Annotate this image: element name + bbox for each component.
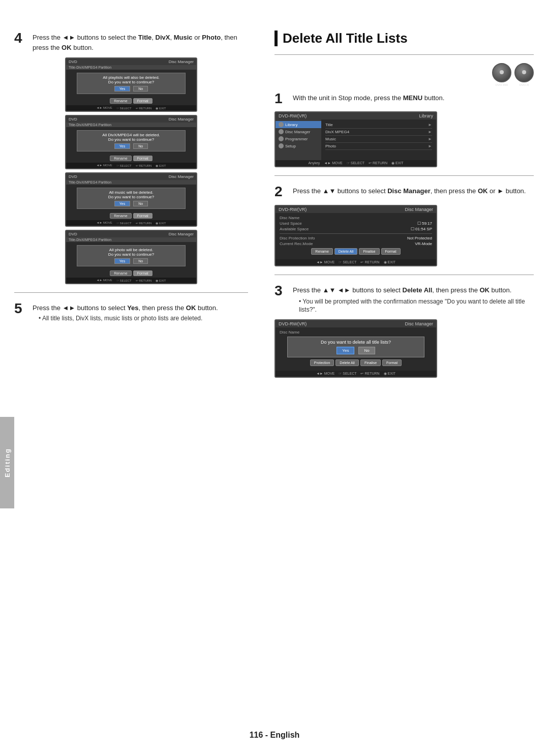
disc-icon-dvdrw-img [492, 63, 511, 82]
screen2-buttons: Yes No [80, 143, 182, 149]
dm-row-protection: Disc Protection Info Not Protected [280, 236, 432, 240]
screen4-header-left: DVD [69, 232, 77, 236]
screen2-footer: ◄► MOVE ☞ SELECT ↩ RETURN ◉ EXIT [66, 163, 196, 168]
lib-sidebar-setup: Setup [276, 142, 321, 149]
step5-bold-yes: Yes [127, 304, 138, 312]
left-column: 4 Press the ◄► buttons to select the Tit… [14, 31, 248, 328]
lib-sidebar-programmer-label: Programmer [285, 137, 308, 141]
deleteall-format-btn[interactable]: Format [382, 359, 402, 366]
disc-manager-screen: DVD-RW(VR) Disc Manager Disc Name Used S… [274, 205, 437, 266]
lib-screen-body: Library Disc Manager Programmer Setup [276, 119, 436, 160]
dm-format-btn[interactable]: Format [381, 248, 401, 255]
screen1-footer: ◄► MOVE ☞ SELECT ↩ RETURN ◉ EXIT [66, 105, 196, 111]
screen1-buttons: Yes No [80, 86, 182, 92]
deleteall-footer-exit: ◉ EXIT [384, 372, 396, 376]
bold-divx: DivX [156, 34, 170, 41]
disc-icon-dvdrw: DVD-RW [492, 63, 511, 87]
screen3-header-left: DVD [69, 174, 77, 179]
deleteall-deleteall-btn[interactable]: Delete All [336, 359, 359, 366]
screen3-subtitle: Title-DivX/MPEG4 Partition [66, 180, 196, 185]
screen4-no-btn[interactable]: No [133, 258, 148, 264]
deleteall-finalise-btn[interactable]: Finalise [360, 359, 381, 366]
dm-row-used: Used Space ☐ 59:17 [280, 221, 432, 226]
screen2-msg2: Do you want to continue? [80, 137, 182, 142]
screen2-rename-btn[interactable]: Rename [110, 156, 131, 161]
screen2-format-btn[interactable]: Format [133, 156, 152, 161]
screen1-header-left: DVD [69, 59, 77, 64]
deleteall-protection-btn[interactable]: Protection [310, 359, 334, 366]
screen2-yes-btn[interactable]: Yes [114, 143, 130, 149]
lib-item-divx-arrow: ► [428, 130, 432, 134]
bold-photo: Photo [202, 34, 221, 41]
deleteall-no-btn[interactable]: No [358, 347, 375, 354]
screen1-rename-btn[interactable]: Rename [110, 98, 131, 104]
screen4-format-btn[interactable]: Format [133, 270, 152, 276]
step3-bold-ok: OK [480, 286, 490, 294]
screen2-no-btn[interactable]: No [133, 143, 148, 149]
lib-item-photo: Photo ► [325, 143, 432, 150]
step3-number: 3 [274, 283, 289, 299]
library-screen: DVD-RW(VR) Library Library Disc Manager [274, 111, 437, 167]
screen1-yes-btn[interactable]: Yes [114, 86, 130, 92]
screen3-buttons: Yes No [80, 201, 182, 206]
step5-bold-ok: OK [186, 304, 196, 312]
screen4-msg1: All photo will be deleted. [80, 248, 182, 252]
screen3-yes-btn[interactable]: Yes [114, 201, 130, 206]
screen4-footer-move: ◄► MOVE [97, 279, 112, 282]
screen1-no-btn[interactable]: No [133, 86, 148, 92]
dm-deleteall-btn[interactable]: Delete All [334, 248, 358, 255]
screen1-format-btn[interactable]: Format [133, 98, 152, 104]
dm-recmode-label: Current Rec.Mode [280, 241, 313, 246]
dm-body: Disc Name Used Space ☐ 59:17 Available S… [276, 213, 436, 259]
lib-item-title: Title ► [325, 122, 432, 129]
dm-header-left: DVD-RW(VR) [279, 207, 307, 212]
screen1-msg2: Do you want to continue? [80, 80, 182, 84]
step5-row: 5 Press the ◄► buttons to select Yes, th… [14, 301, 248, 323]
screen4-rename-btn[interactable]: Rename [110, 270, 131, 276]
dm-rename-btn[interactable]: Rename [311, 248, 332, 255]
dm-separator [280, 233, 432, 234]
screen2-header-left: DVD [69, 117, 77, 122]
deleteall-yes-btn[interactable]: Yes [337, 347, 354, 354]
screen4: DVD Disc Manager Title-DivX/MPEG4 Partit… [65, 230, 197, 284]
deleteall-header-right: Disc Manager [405, 321, 433, 326]
screen4-dialog: All photo will be deleted. Do you want t… [77, 245, 186, 266]
deleteall-footer-move: ◄► MOVE [316, 372, 334, 376]
screen4-footer-exit: ◉ EXIT [156, 279, 166, 282]
screen3-format-btn[interactable]: Format [133, 213, 152, 219]
screen3-no-btn[interactable]: No [133, 201, 148, 206]
dm-row-discname: Disc Name [280, 216, 432, 220]
step3-text: Press the ▲▼ ◄► buttons to select Delete… [293, 283, 534, 314]
dm-btn-row: Rename Delete All Finalise Format [280, 248, 432, 255]
lib-item-divx-label: DivX MPEG4 [325, 130, 349, 134]
screen2-body: All DivX/MPEG4 will be deleted. Do you w… [66, 127, 196, 155]
lib-sidebar-library: Library [276, 121, 321, 128]
lib-icon-disc [279, 129, 284, 134]
screen3-rename-btn[interactable]: Rename [110, 213, 131, 219]
lib-item-title-label: Title [325, 123, 333, 127]
screen2-footer-select: ☞ SELECT [116, 164, 132, 167]
dm-recmode-value: VR-Mode [415, 241, 432, 246]
lib-footer: Anykey ◄► MOVE ☞ SELECT ↩ RETURN ◉ EXIT [276, 160, 436, 166]
deleteall-dialog-buttons: Yes No [292, 347, 420, 354]
step2-row: 2 Press the ▲▼ buttons to select Disc Ma… [274, 184, 534, 200]
screen3-footer: ◄► MOVE ☞ SELECT ↩ RETURN ◉ EXIT [66, 220, 196, 226]
lib-sidebar-setup-label: Setup [285, 144, 296, 148]
screen1-footer-exit: ◉ EXIT [156, 106, 166, 110]
lib-icon-library [279, 122, 284, 127]
lib-sidebar-disc-manager: Disc Manager [276, 128, 321, 135]
deleteall-footer-return: ↩ RETURN [360, 372, 379, 376]
screen2-footer-move: ◄► MOVE [97, 164, 112, 167]
lib-item-divx: DivX MPEG4 ► [325, 129, 432, 136]
step4-row: 4 Press the ◄► buttons to select the Tit… [14, 31, 248, 52]
page-content: Editing 4 Press the ◄► buttons to select… [0, 0, 549, 756]
deleteall-footer: ◄► MOVE ☞ SELECT ↩ RETURN ◉ EXIT [276, 371, 436, 377]
lib-header-right: Library [419, 113, 433, 118]
lib-footer-exit: ◉ EXIT [391, 161, 404, 165]
screen3-footer-return: ↩ RETURN [136, 221, 152, 225]
step5-number: 5 [14, 301, 28, 317]
dm-protection-value: Not Protected [407, 236, 432, 240]
screen4-footer-select: ☞ SELECT [116, 279, 132, 282]
dm-finalise-btn[interactable]: Finalise [359, 248, 379, 255]
screen4-yes-btn[interactable]: Yes [114, 258, 130, 264]
